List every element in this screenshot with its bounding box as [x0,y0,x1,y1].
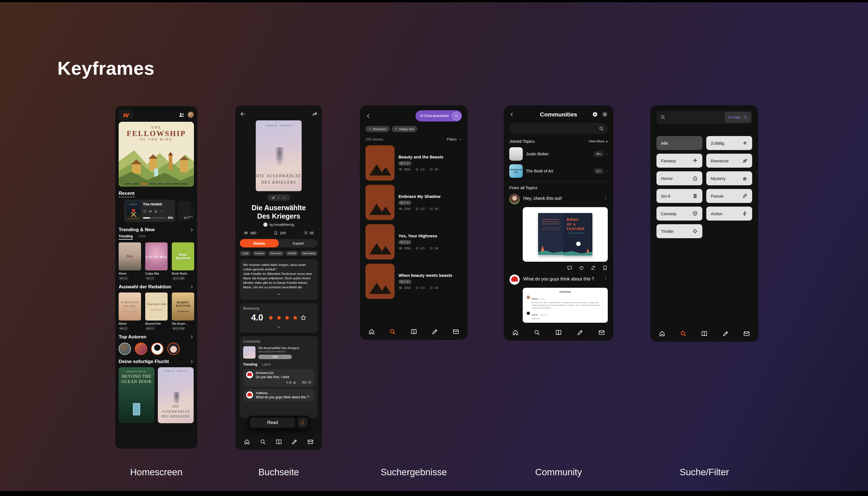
tag-chip[interactable]: Slow burn [268,251,284,256]
nav-home-icon[interactable] [368,328,375,335]
nav-library-icon[interactable] [275,439,282,445]
back-icon[interactable] [240,111,246,117]
nav-write-icon[interactable] [431,328,438,335]
book-card[interactable]: AMISHA SATHI BEYOND THEOCEAN DOOR [119,367,155,423]
comments-icon[interactable] [308,381,312,384]
filter-horror[interactable]: Horror [657,171,703,185]
filter-thriller[interactable]: Thriller [657,224,703,238]
nav-search-icon[interactable] [534,329,540,336]
result-card[interactable]: Beauty and the Beasts ♥ ! ✓ 200k 4.5 34 [365,145,462,181]
user-avatar[interactable] [509,274,520,285]
share-icon[interactable] [312,111,318,117]
community-search-input[interactable] [509,123,608,134]
filter-alle[interactable]: Alle [657,136,703,150]
kebab-menu-icon[interactable]: ⋮ [603,195,608,200]
nav-search-icon-active[interactable] [680,330,687,337]
book-flags[interactable]: ! [268,195,290,201]
tab-kapitel[interactable]: Kapitel [279,239,318,247]
result-card[interactable]: When beauty meets beasts ♥ ! ✓ 200k 4.5 … [365,264,462,299]
filter-chip[interactable]: ✕Romance [365,126,390,132]
topic-row[interactable]: Justin Bieber 99+ › [509,147,608,161]
comment-icon[interactable] [567,265,572,271]
like-icon[interactable] [293,381,297,384]
nav-inbox-icon[interactable] [307,439,314,445]
nav-search-icon-active[interactable] [389,328,396,335]
nav-inbox-icon[interactable] [743,330,750,337]
post-image-card[interactable]: BIRDSOF AFEATHER ...FLOCK TOGETHER [523,207,608,262]
topic-row[interactable]: THE BOOK OF ART The Book of Art 12+ › [509,164,608,178]
user-avatar[interactable] [509,194,520,204]
rating-stars[interactable] [268,315,306,321]
result-card[interactable]: Embrace My Shadow ♥ ! ✓ 200k 4.5 34 [365,185,462,220]
repost-icon[interactable] [590,265,596,271]
join-button[interactable]: Join [258,355,292,359]
chevron-right-icon[interactable] [189,335,194,339]
tab-community-latest[interactable]: Latest [262,362,271,367]
kebab-menu-icon[interactable]: ⋮ [603,276,608,280]
save-bookmark-icon[interactable] [602,265,608,271]
like-heart-icon[interactable] [579,265,584,271]
nav-library-icon[interactable] [410,328,417,335]
back-icon[interactable] [365,113,371,119]
tab-details[interactable]: Details [240,239,279,247]
community-post[interactable]: YoMama What do you guys think about this… [243,389,314,401]
chevron-right-icon[interactable] [189,285,194,289]
filter-comedy[interactable]: Comedy [657,206,703,220]
book-card[interactable]: Charlotte's WebE.B WHITE Beyond the ♥ ! … [145,293,168,330]
nav-home-icon[interactable] [659,330,665,337]
book-card[interactable]: ANNA M. HERZIG DIE AUSERWÄHLTE DES KRIEG… [158,367,194,423]
nav-inbox-icon[interactable] [598,329,605,336]
filter-scifi[interactable]: Sci-fi [657,189,703,203]
nav-write-icon[interactable] [291,439,298,445]
nav-write-icon[interactable] [722,330,729,337]
nav-library-icon[interactable] [701,330,708,337]
book-card[interactable]: HARRY POTTERJ.K. ROWLING Die Auser... ♥ … [172,293,194,330]
tab-community-trending[interactable]: Trending [243,362,257,367]
recent-ghost-card-2[interactable]: 30% [186,202,194,220]
featured-book-card[interactable]: THE FELLOWSHIP OF THE RING [119,122,194,187]
nav-write-icon[interactable] [577,329,583,336]
tab-new[interactable]: New [139,234,146,239]
read-button[interactable]: Read [250,418,295,428]
profile-avatar[interactable] [188,112,194,118]
author-avatar[interactable] [151,343,163,355]
recent-book-icons[interactable]: 18 [143,210,173,213]
filter-romance[interactable]: Romance [706,154,752,168]
tab-trending[interactable]: Trending [119,234,133,239]
post-comments-card[interactable]: Comments Monica· 1h ago Duis aute irure … [523,288,608,323]
tag-chip[interactable]: Fantasy [252,251,266,256]
filter-fantasy[interactable]: Fantasy [657,154,703,168]
community-post[interactable]: Kimhater123 Do you like Kim, i dont 5.1k… [243,369,314,387]
settings-gear-icon[interactable] [602,111,608,117]
recent-book-card[interactable]: HOBBIT J·R·B·TOLKIEN The Hobbit 18 [124,200,175,222]
author-avatar[interactable] [135,343,147,355]
book-author[interactable]: by AnnaMHerzig [240,222,318,227]
tag-chip[interactable]: Sad ending [300,251,318,256]
filter-action[interactable]: Action [706,206,752,220]
search-input[interactable]: AI Filter [657,111,752,124]
result-card[interactable]: Yes, Your Highness ♥ ! ✓ 200k 4.5 34 [365,224,462,260]
book-card[interactable]: A MILLION TO ONETONY FAGGIOLI Alone ♥ ! … [119,293,141,330]
filters-dropdown[interactable]: Filters [447,137,462,141]
filter-zufaellig[interactable]: Zufällig [706,136,752,150]
filter-mystery[interactable]: Mystery [706,171,752,185]
ai-chat-button[interactable]: AI Chat bearbeiten [415,110,462,122]
ai-filter-button[interactable]: AI Filter [725,112,751,123]
expand-icon[interactable] [277,292,281,296]
tag-chip[interactable]: Familie [285,251,299,256]
bookmark-button[interactable] [297,418,307,428]
author-avatar[interactable] [119,343,131,355]
nav-search-icon[interactable] [260,439,266,445]
chevron-right-icon[interactable] [189,228,194,232]
book-card[interactable]: Book Boyfriend Book Boyfr... ♥ ! ✓ 18 [172,243,194,280]
hero-carousel-dots[interactable] [119,183,194,184]
nav-library-icon[interactable] [555,329,562,336]
nav-inbox-icon[interactable] [453,328,459,335]
back-icon[interactable] [509,112,514,117]
book-card[interactable]: MERCEDES RONCULPA MÍA Culpa Mia ♥ ! ✓ [145,243,168,280]
create-community-icon[interactable] [592,111,598,117]
friends-icon[interactable] [178,111,185,118]
nav-home-icon[interactable] [512,329,519,336]
view-more-link[interactable]: View More▸ [589,139,608,143]
filter-poesie[interactable]: Poesie [706,189,752,203]
